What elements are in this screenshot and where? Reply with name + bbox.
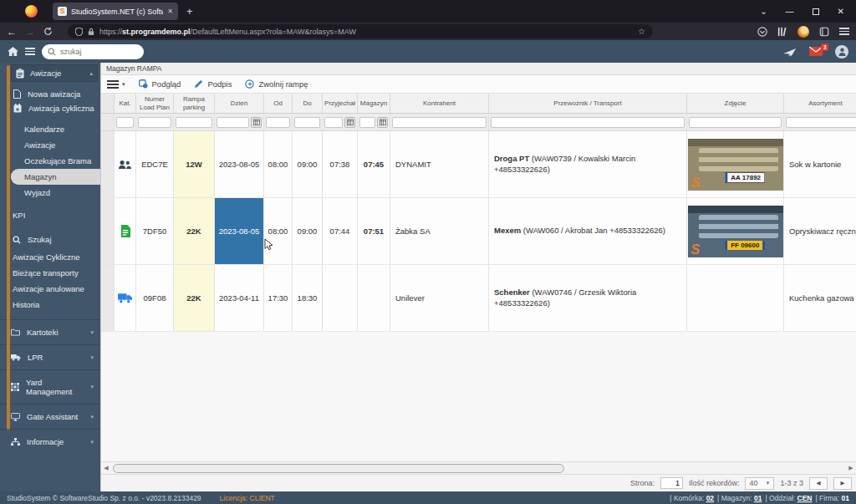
sidebar-section-informacje[interactable]: Informacje ▾ [0, 429, 100, 454]
page-size-select[interactable]: 40▼ [745, 477, 774, 490]
home-icon[interactable] [8, 47, 18, 57]
col-load-plan[interactable]: Numer Load Plan [136, 94, 174, 114]
sidebar-item-awizacje-cykliczne[interactable]: Awizacje Cykliczne [0, 249, 100, 265]
table-row[interactable]: EDC7E 12W 2023-08-05 08:00 09:00 07:38 0… [101, 131, 856, 198]
menu-list-icon[interactable] [25, 48, 35, 55]
scroll-left-icon[interactable]: ◀ [101, 465, 111, 471]
prev-page-button[interactable]: ◀ [809, 477, 828, 490]
status-magazyn-value[interactable]: 01 [754, 494, 762, 502]
truck-photo[interactable]: AA 17892S [688, 139, 783, 191]
filter-load-plan[interactable] [138, 117, 171, 128]
sidebar-section-gate-assistant[interactable]: Gate Assistant ▾ [0, 404, 100, 429]
truck-photo[interactable]: FF 09600S [688, 206, 783, 257]
sidebar-section-lpr[interactable]: LPR ▾ [0, 344, 100, 369]
col-magazyn[interactable]: Magazyn [358, 94, 390, 114]
forward-button[interactable]: → [25, 27, 35, 37]
window-maximize-button[interactable] [813, 8, 819, 15]
lock-icon[interactable] [88, 28, 94, 36]
calendar-icon[interactable] [251, 117, 262, 128]
sidebar-section-yard-management[interactable]: Yard Management ▾ [0, 369, 100, 404]
status-oddzial-value[interactable]: CEN [797, 494, 813, 502]
bookmark-star-icon[interactable]: ☆ [638, 27, 645, 36]
filter-przewoznik[interactable] [491, 117, 685, 128]
calendar-icon[interactable] [377, 117, 388, 128]
scroll-right-icon[interactable]: ▶ [846, 465, 856, 471]
browser-tab[interactable]: S StudioSystem.NET (c) Software ✕ [53, 3, 178, 20]
col-asortyment[interactable]: Asortyment [784, 94, 856, 114]
col-zdjecie[interactable]: Zdjęcie [687, 94, 784, 114]
filter-kat[interactable] [116, 117, 134, 128]
day[interactable]: 2023-08-05 [215, 131, 264, 197]
page-input[interactable] [660, 477, 683, 489]
day-selected[interactable]: 2023-08-05 [215, 198, 264, 264]
url-bar[interactable]: https://st.programdemo.pl/DefaultLeftMen… [68, 24, 653, 38]
sidebar-item-szukaj[interactable]: Szukaj [0, 230, 100, 249]
sidebar-item-awizacja-cykliczna[interactable]: Awizacja cykliczna [13, 104, 100, 113]
filter-przyjechal[interactable] [324, 117, 343, 128]
sidebar-item-nowa-awizacja[interactable]: Nowa awizacja [13, 89, 100, 99]
filter-dzien[interactable] [217, 117, 249, 128]
day[interactable]: 2023-04-11 [215, 265, 264, 331]
sidebar-item-wyjazd[interactable]: Wyjazd [0, 185, 100, 201]
new-tab-button[interactable]: + [186, 5, 193, 18]
sign-button[interactable]: Podpis [194, 79, 232, 89]
calendar-icon[interactable] [344, 117, 355, 128]
library-icon[interactable] [777, 27, 787, 37]
chevron-up-icon[interactable]: ▴ [89, 70, 93, 77]
extension-icon[interactable] [819, 27, 829, 37]
menu-hamburger-icon[interactable] [839, 28, 849, 35]
col-przyjechal[interactable]: Przyjechał [323, 94, 358, 114]
filter-od[interactable] [266, 117, 290, 128]
status-komorka-value[interactable]: 02 [706, 494, 714, 502]
shield-icon[interactable] [75, 28, 83, 36]
user-icon[interactable] [835, 45, 848, 59]
mail-icon[interactable]: 3 [809, 47, 823, 56]
folder-icon [11, 328, 20, 336]
col-dzien[interactable]: Dzień [215, 94, 264, 114]
sidebar-item-kpi[interactable]: KPI [0, 207, 100, 223]
filter-zdjecie[interactable] [689, 117, 782, 128]
table-menu-button[interactable]: ▾ [107, 80, 125, 89]
sidebar-item-historia[interactable]: Historia [0, 297, 100, 313]
filter-row [101, 114, 856, 131]
table-row[interactable]: 09F08 22K 2023-04-11 17:30 18:30 Unileve… [101, 265, 856, 332]
window-close-button[interactable]: ✕ [838, 7, 844, 16]
release-ramp-button[interactable]: Zwolnij rampę [245, 79, 308, 89]
send-plane-icon[interactable] [783, 47, 797, 57]
col-od[interactable]: Od [264, 94, 293, 114]
col-przewoznik[interactable]: Przewoźnik / Transport [489, 94, 687, 114]
col-do[interactable]: Do [293, 94, 323, 114]
col-rampa[interactable]: Rampa parking [174, 94, 215, 114]
filter-magazyn[interactable] [359, 117, 375, 128]
filter-rampa[interactable] [176, 117, 212, 128]
firefox-logo-icon[interactable] [25, 5, 38, 18]
tab-close-icon[interactable]: ✕ [167, 8, 173, 15]
filter-asortyment[interactable] [786, 117, 856, 128]
horizontal-scrollbar[interactable]: ◀ ▶ [101, 461, 856, 474]
sidebar-item-oczekujace-brama[interactable]: Oczekujące Brama [0, 153, 100, 169]
reload-button[interactable] [43, 27, 53, 36]
app-search[interactable] [42, 44, 144, 59]
filter-do[interactable] [294, 117, 320, 128]
table-row[interactable]: 7DF50 22K 2023-08-05 08:00 09:00 07:44 0… [101, 198, 856, 265]
account-avatar[interactable] [797, 26, 809, 38]
col-kat[interactable]: Kat. [115, 94, 136, 114]
back-button[interactable]: ← [7, 27, 17, 37]
sidebar-item-awizacje-anulowane[interactable]: Awizacje anulowane [0, 281, 100, 297]
tab-list-chevron-icon[interactable]: ⌄ [760, 7, 767, 16]
sidebar-item-kalendarze[interactable]: Kalendarze [0, 121, 100, 137]
sidebar-item-magazyn[interactable]: Magazyn [11, 169, 100, 185]
pocket-icon[interactable] [757, 27, 767, 37]
filter-kontrahent[interactable] [392, 117, 487, 128]
sidebar-item-awizacje[interactable]: Awizacje [0, 137, 100, 153]
sidebar-item-biezace-transporty[interactable]: Bieżące transporty [0, 265, 100, 281]
sidebar-panel-awizacje[interactable]: Awizacje ▴ [11, 64, 98, 82]
sidebar-section-kartoteki[interactable]: Kartoteki ▾ [0, 319, 100, 344]
col-kontrahent[interactable]: Kontrahent [390, 94, 489, 114]
preview-button[interactable]: Podgląd [139, 79, 181, 89]
search-input[interactable] [60, 48, 127, 56]
window-minimize-button[interactable]: — [786, 7, 794, 16]
sidebar-scrollbar[interactable] [7, 65, 10, 430]
scrollbar-thumb[interactable] [113, 464, 564, 473]
next-page-button[interactable]: ▶ [833, 477, 852, 490]
